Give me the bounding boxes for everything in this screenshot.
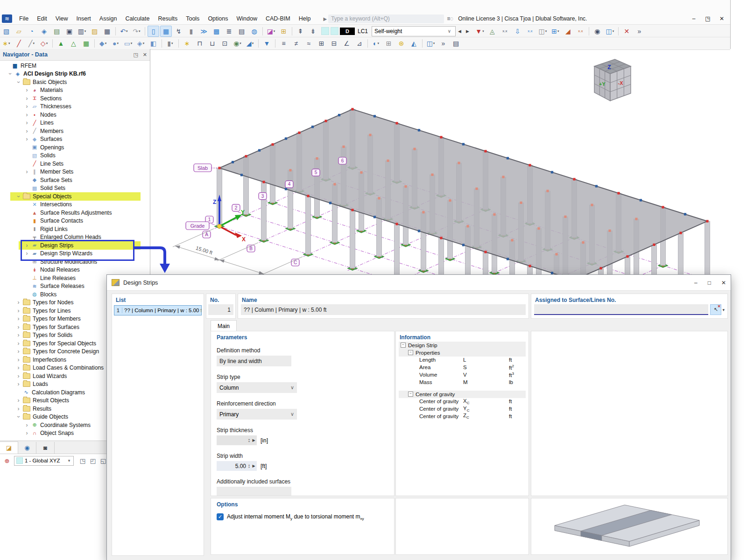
design-situation-button[interactable]: D <box>340 28 355 35</box>
tree-item-sections[interactable]: ›ꞮSections <box>0 94 150 103</box>
new-opening-button[interactable]: ◈▾ <box>135 38 147 49</box>
menu-insert[interactable]: Insert <box>72 14 95 23</box>
tree-expander-icon[interactable]: › <box>23 103 30 110</box>
menu-file[interactable]: File <box>15 14 33 23</box>
new-model-button[interactable]: ▧ <box>0 26 12 37</box>
script-button[interactable]: ▩ <box>211 26 222 37</box>
assigned-input[interactable] <box>534 304 708 315</box>
tree-expander-icon[interactable]: › <box>23 119 30 126</box>
stretch-button[interactable]: ≈ <box>303 38 315 49</box>
save-button[interactable]: ▣ <box>63 26 75 37</box>
tree-item-special-objects[interactable]: ›Special Objects <box>0 192 150 201</box>
menu-tools[interactable]: Tools <box>182 14 204 23</box>
overflow2-button[interactable]: » <box>437 38 449 49</box>
tree-expander-icon[interactable]: › <box>15 315 22 322</box>
panel-button[interactable]: ▮ <box>185 26 197 37</box>
report-button[interactable]: ▦ <box>101 26 113 37</box>
tree-expander-icon[interactable]: › <box>15 78 22 85</box>
menu-help[interactable]: Help <box>295 14 315 23</box>
tab-data[interactable]: ◪ <box>0 441 18 454</box>
navigator-close-icon[interactable]: ✕ <box>143 52 147 58</box>
tree-expander-icon[interactable]: › <box>15 299 22 306</box>
add-note-button[interactable]: ⊞ <box>278 26 289 37</box>
tree-item-surface-contacts[interactable]: ▮Surface Contacts <box>0 217 150 225</box>
tree-item-lines[interactable]: ›╱Lines <box>0 119 150 127</box>
tree-item-nodes[interactable]: ›•Nodes <box>0 111 150 119</box>
tree-item-solid-sets[interactable]: ▩Solid Sets <box>0 184 150 193</box>
menu-calculate[interactable]: Calculate <box>121 14 154 23</box>
additional-surfaces-field[interactable] <box>217 487 291 496</box>
imperfection-button[interactable]: ◢▾ <box>244 38 256 49</box>
rotate-button[interactable]: ∠ <box>341 38 352 49</box>
align-button[interactable]: ≡ <box>278 38 289 49</box>
tree-expander-icon[interactable]: › <box>15 308 22 314</box>
visibility-button[interactable]: ◐▾ <box>370 38 382 49</box>
menu-options[interactable]: Options <box>204 14 232 23</box>
tree-item-openings[interactable]: ▣Openings <box>0 143 150 152</box>
show-value-arrows-button[interactable]: x.x <box>524 26 536 37</box>
pick-dropdown-icon[interactable]: ▾ <box>722 308 725 312</box>
render-solid-button[interactable]: ◫▾ <box>537 26 549 37</box>
tree-expander-icon[interactable]: › <box>23 242 30 249</box>
filter-button[interactable]: ▼ <box>261 38 273 49</box>
close-button[interactable]: ✕ <box>718 15 726 22</box>
search-collapse-icon[interactable]: ▶ <box>323 16 327 21</box>
tree-expander-icon[interactable]: › <box>15 193 22 200</box>
overflow-button[interactable]: » <box>634 26 645 37</box>
tree-item-rigid-links[interactable]: ‖Rigid Links <box>0 225 150 233</box>
restore-button[interactable]: ◳ <box>704 15 712 22</box>
new-truss-button[interactable]: △ <box>68 38 79 49</box>
model-properties-button[interactable]: ▤ <box>51 26 63 37</box>
view-cube[interactable]: Z+Y-X <box>581 55 635 107</box>
tree-item-member-sets[interactable]: ›∥Member Sets <box>0 168 150 176</box>
measure-button[interactable]: ⊿ <box>353 38 365 49</box>
tree-expander-icon[interactable]: › <box>15 397 22 404</box>
adjust-moment-checkbox[interactable]: ✓ <box>217 513 224 520</box>
strip-width-input[interactable]: 5.00 ▴▾▶ <box>217 461 257 471</box>
mirror-button[interactable]: ≠ <box>290 38 302 49</box>
new-rectangle-button[interactable]: ▭▾ <box>122 38 134 49</box>
search-icon[interactable]: ≡◌ <box>447 15 453 22</box>
result-display-button[interactable]: ◫▾ <box>604 26 616 37</box>
tree-item-nodal-releases[interactable]: ↡Nodal Releases <box>0 266 150 274</box>
tab-main[interactable]: Main <box>211 320 237 331</box>
menu-edit[interactable]: Edit <box>33 14 51 23</box>
tree-expander-icon[interactable]: › <box>23 422 30 428</box>
tree-item-basic-objects[interactable]: ›Basic Objects <box>0 78 150 86</box>
grid-settings-button[interactable]: ⊞ <box>383 38 395 49</box>
next-load-case-button[interactable]: ▶ <box>464 26 472 36</box>
search-input[interactable]: Type a keyword (Alt+Q) <box>328 14 444 23</box>
dialog-title-bar[interactable]: Design Strips – □ ✕ <box>107 275 731 291</box>
tree-expander-icon[interactable]: › <box>15 364 22 371</box>
print-button[interactable]: ▥▾ <box>76 26 88 37</box>
load-case-select[interactable]: Self-weight∨ <box>372 26 456 36</box>
tree-item-design-strip-wizards[interactable]: ›▰Design Strip Wizards <box>0 250 150 258</box>
clear-zoom-button[interactable]: ✕ <box>621 26 633 37</box>
reinforcement-direction-select[interactable]: Primary∨ <box>217 409 297 420</box>
tree-expander-icon[interactable]: › <box>15 373 22 379</box>
tree-item-enlarged-column-heads[interactable]: ┳Enlarged Column Heads <box>0 233 150 242</box>
no-field[interactable]: 1 <box>208 304 233 315</box>
section-plane-button[interactable]: ◪▾ <box>265 26 277 37</box>
tab-views[interactable]: ◙ <box>36 442 55 454</box>
new-polyline-button[interactable]: ◇▾ <box>38 38 50 49</box>
tree-item-surfaces[interactable]: ›◆Surfaces <box>0 135 150 144</box>
snap-button[interactable]: ⊛ <box>395 38 407 49</box>
tree-expander-icon[interactable]: › <box>15 324 22 330</box>
network-button[interactable]: ◈ <box>38 26 50 37</box>
tree-item-members[interactable]: ›╱Members <box>0 127 150 135</box>
strip-thickness-input[interactable]: ▴▾▶ <box>217 435 257 445</box>
tables-toggle-button[interactable]: ▦ <box>160 26 172 37</box>
section-button[interactable]: ◉▾ <box>232 38 243 49</box>
tree-expander-icon[interactable]: › <box>23 128 30 134</box>
show-load-values-button[interactable]: x.x <box>499 26 511 37</box>
diagram-button[interactable]: ↯ <box>173 26 184 37</box>
tree-item-design-strips[interactable]: ›▰Design Strips <box>0 241 150 250</box>
menu-cad-bim[interactable]: CAD-BIM <box>261 14 295 23</box>
new-nurbs-button[interactable]: ●▾ <box>110 38 121 49</box>
tree-item-surface-results-adjustments[interactable]: ▲Surface Results Adjustments <box>0 209 150 217</box>
display-settings-button[interactable]: ◉ <box>592 26 603 37</box>
work-plane-button[interactable]: ◭ <box>408 38 420 49</box>
cs-new-icon[interactable]: ◳ <box>78 457 88 464</box>
tree-item-rfem[interactable]: ▆RFEM <box>0 62 150 70</box>
